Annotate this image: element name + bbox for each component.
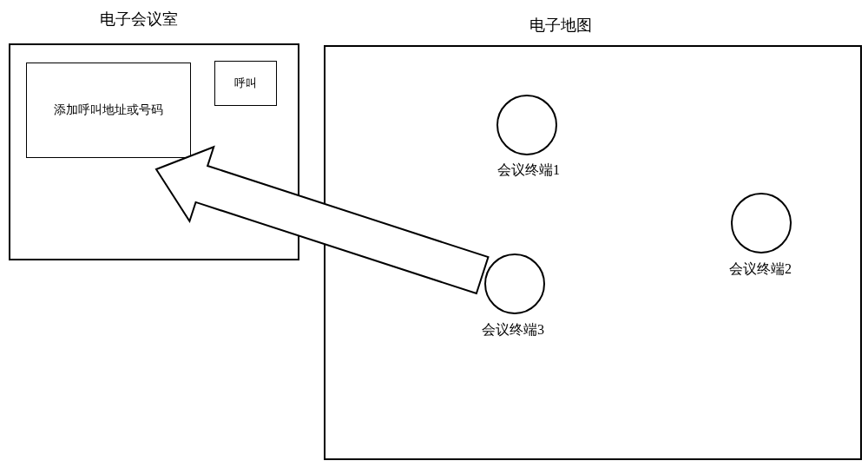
drag-arrow-icon [0, 0, 868, 474]
diagram-canvas: 电子会议室 电子地图 添加呼叫地址或号码 呼叫 会议终端1 会议终端2 会议终端… [0, 0, 868, 474]
svg-marker-0 [144, 132, 494, 313]
